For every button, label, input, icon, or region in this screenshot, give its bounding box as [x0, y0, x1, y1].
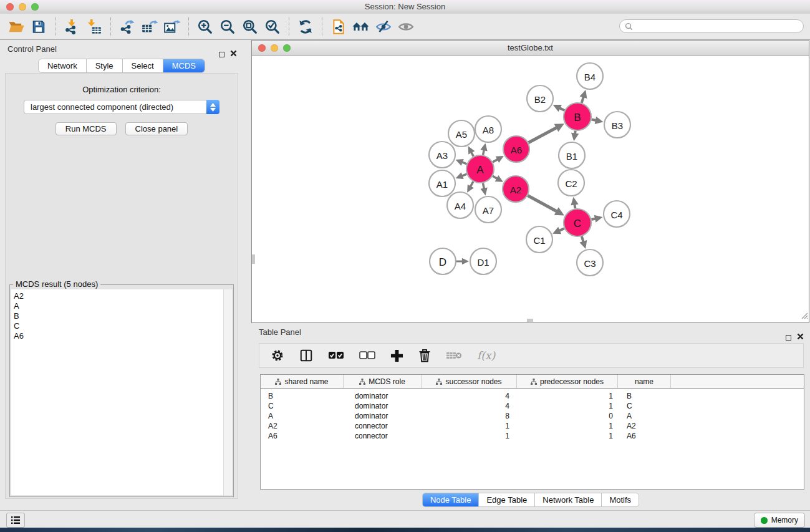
edge-A-A6[interactable]: [493, 156, 504, 163]
tab-mcds[interactable]: MCDS: [163, 59, 205, 72]
import-network-button[interactable]: [60, 16, 83, 37]
tab-node-table[interactable]: Node Table: [423, 493, 479, 506]
node-A8[interactable]: A8: [475, 116, 501, 142]
node-B3[interactable]: B3: [604, 112, 630, 138]
edge-A2-C[interactable]: [528, 196, 564, 216]
node-D1[interactable]: D1: [470, 248, 496, 274]
node-A7[interactable]: A7: [475, 196, 501, 223]
node-A5[interactable]: A5: [448, 120, 475, 147]
table-row[interactable]: Cdominator41C: [261, 401, 804, 411]
column-header-successor-nodes[interactable]: successor nodes: [422, 375, 517, 388]
table-settings-button[interactable]: [271, 349, 284, 362]
node-C2[interactable]: C2: [558, 170, 584, 196]
network-maximize-button[interactable]: [283, 44, 291, 52]
tab-motifs[interactable]: Motifs: [601, 493, 639, 506]
float-table-panel-button[interactable]: [786, 335, 791, 341]
new-network-from-file-button[interactable]: [327, 16, 350, 37]
edge-C-C3[interactable]: [579, 236, 587, 249]
column-header-predecessor-nodes[interactable]: predecessor nodes: [517, 375, 618, 388]
memory-button[interactable]: Memory: [754, 513, 805, 528]
node-A2[interactable]: A2: [503, 176, 529, 202]
node-B[interactable]: B: [564, 103, 591, 130]
export-network-button[interactable]: [116, 16, 138, 37]
node-A6[interactable]: A6: [503, 136, 529, 162]
edge-B-B2[interactable]: [553, 105, 565, 112]
show-panels-list-button[interactable]: [6, 513, 25, 528]
select-all-columns-button[interactable]: [328, 351, 344, 360]
edge-A-A1[interactable]: [456, 172, 467, 179]
node-D[interactable]: D: [430, 248, 456, 274]
node-C4[interactable]: C4: [604, 201, 630, 227]
save-session-button[interactable]: [27, 16, 50, 37]
show-graphics-details-button[interactable]: [395, 16, 417, 37]
node-A3[interactable]: A3: [429, 142, 455, 168]
result-list-item[interactable]: A2: [11, 291, 232, 301]
delete-column-button[interactable]: [418, 349, 431, 362]
tab-style[interactable]: Style: [86, 59, 122, 72]
tab-network[interactable]: Network: [39, 59, 86, 72]
edge-A-A2[interactable]: [493, 175, 503, 182]
node-A4[interactable]: A4: [447, 192, 473, 218]
edge-A-A7[interactable]: [481, 183, 488, 196]
node-B2[interactable]: B2: [527, 85, 553, 112]
node-C3[interactable]: C3: [577, 249, 603, 276]
tab-network-table[interactable]: Network Table: [534, 493, 601, 506]
zoom-out-button[interactable]: [216, 16, 239, 37]
edge-A-A5[interactable]: [468, 146, 475, 156]
home-button[interactable]: [350, 16, 372, 37]
table-row[interactable]: Adominator80A: [261, 411, 804, 421]
node-B1[interactable]: B1: [559, 142, 585, 168]
network-canvas[interactable]: AA1A2A3A4A5A6A7A8BB1B2B3B4CC1C2C3C4DD1: [252, 56, 809, 322]
canvas-hscroll-thumb[interactable]: [527, 319, 533, 322]
create-column-button[interactable]: [390, 349, 403, 362]
export-table-button[interactable]: [138, 16, 161, 37]
run-mcds-button[interactable]: Run MCDS: [55, 122, 117, 135]
network-minimize-button[interactable]: [271, 44, 278, 52]
show-columns-button[interactable]: [299, 349, 313, 362]
table-row[interactable]: Bdominator41B: [261, 391, 804, 401]
table-row[interactable]: A6connector11A6: [261, 431, 804, 441]
export-image-button[interactable]: [161, 16, 183, 37]
edge-A-A3[interactable]: [456, 159, 467, 166]
criterion-select[interactable]: largest connected component (directed): [24, 100, 219, 114]
result-list-scrollbar[interactable]: [223, 289, 232, 495]
tab-edge-table[interactable]: Edge Table: [478, 493, 534, 506]
zoom-fit-button[interactable]: [239, 16, 261, 37]
function-builder-button[interactable]: f(x): [477, 349, 495, 362]
search-box[interactable]: [619, 19, 804, 33]
frame-resize-grip[interactable]: [800, 311, 808, 322]
edge-C-C4[interactable]: [591, 215, 602, 223]
edge-C-C1[interactable]: [552, 227, 564, 234]
result-list-item[interactable]: A: [11, 301, 232, 311]
column-header-name[interactable]: name: [618, 375, 671, 388]
delete-table-button[interactable]: [446, 351, 462, 360]
network-close-button[interactable]: [258, 44, 266, 52]
edge-C-C2[interactable]: [571, 197, 578, 209]
node-A[interactable]: A: [466, 155, 494, 183]
hide-graphics-details-button[interactable]: [372, 16, 395, 37]
open-session-button[interactable]: [5, 16, 27, 37]
node-C1[interactable]: C1: [526, 226, 552, 253]
edge-B-B3[interactable]: [592, 117, 604, 124]
deselect-all-columns-button[interactable]: [359, 351, 375, 360]
edge-B-B4[interactable]: [580, 90, 587, 103]
import-table-button[interactable]: [83, 16, 105, 37]
canvas-vscroll-thumb[interactable]: [252, 254, 255, 264]
close-panel-button[interactable]: [230, 45, 237, 64]
node-B4[interactable]: B4: [577, 63, 603, 89]
result-list-item[interactable]: C: [11, 321, 232, 331]
node-A1[interactable]: A1: [429, 170, 455, 196]
refresh-layout-button[interactable]: [294, 16, 317, 37]
network-frame-titlebar[interactable]: testGlobe.txt: [252, 41, 809, 56]
table-row[interactable]: A2connector11A2: [261, 421, 804, 431]
edge-A-A8[interactable]: [480, 143, 487, 155]
tab-select[interactable]: Select: [122, 59, 163, 72]
result-list-item[interactable]: A6: [11, 331, 232, 341]
search-input[interactable]: [635, 20, 803, 32]
column-header-MCDS-role[interactable]: MCDS role: [344, 375, 422, 388]
edge-A-A4[interactable]: [467, 181, 474, 193]
edge-D-D1[interactable]: [456, 258, 469, 265]
close-panel-action-button[interactable]: Close panel: [125, 122, 188, 135]
zoom-selected-button[interactable]: [261, 16, 284, 37]
float-panel-button[interactable]: [219, 52, 224, 57]
